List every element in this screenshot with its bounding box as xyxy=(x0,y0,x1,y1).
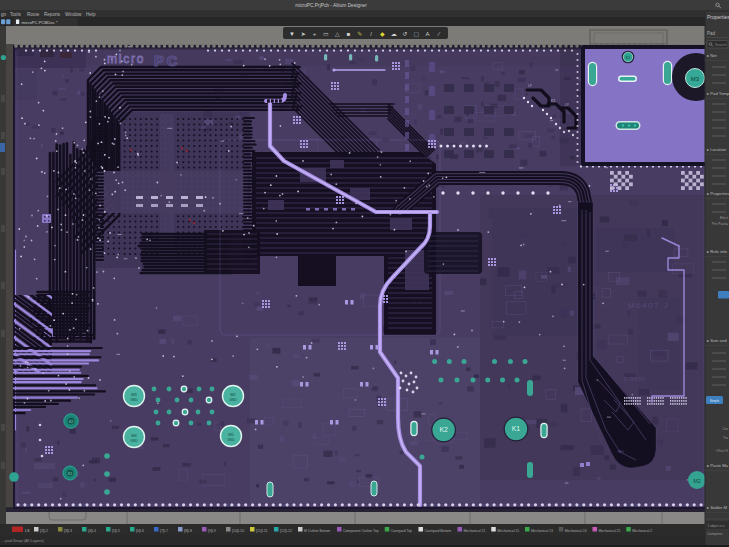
svg-text:➤: ➤ xyxy=(301,31,306,37)
svg-text:▸ Paste Ma: ▸ Paste Ma xyxy=(707,463,729,468)
svg-text:▼: ▼ xyxy=(289,31,295,37)
svg-text:Window: Window xyxy=(65,12,82,17)
svg-text:K2: K2 xyxy=(69,420,73,424)
svg-text:Mechanical 2: Mechanical 2 xyxy=(632,529,652,533)
svg-text:▸ Solder M: ▸ Solder M xyxy=(707,505,728,510)
svg-text:[5]L5: [5]L5 xyxy=(112,529,120,533)
svg-text:[9]L9: [9]L9 xyxy=(208,529,216,533)
svg-text:[3]L3: [3]L3 xyxy=(64,529,72,533)
svg-text:△: △ xyxy=(335,31,340,37)
svg-text:M4: M4 xyxy=(131,433,137,438)
svg-text:M3: M3 xyxy=(131,392,137,397)
svg-text:▢: ▢ xyxy=(413,31,419,37)
svg-text:▸ Location: ▸ Location xyxy=(707,147,727,152)
svg-text:▸ Properties: ▸ Properties xyxy=(707,191,729,196)
svg-text:· · REV ·: · · REV · xyxy=(614,450,626,454)
svg-text:GND: GND xyxy=(130,398,138,402)
svg-text:[2]L2: [2]L2 xyxy=(40,529,48,533)
svg-text:M2: M2 xyxy=(693,478,701,484)
svg-text:gn: gn xyxy=(1,12,7,17)
svg-text:[12]L12: [12]L12 xyxy=(280,529,292,533)
svg-text:Mechanical 21: Mechanical 21 xyxy=(464,529,486,533)
svg-text:[8]L8: [8]L8 xyxy=(184,529,192,533)
svg-text:[6]L6: [6]L6 xyxy=(136,529,144,533)
svg-text:M2: M2 xyxy=(230,392,236,397)
svg-text:LS: LS xyxy=(25,529,30,533)
svg-text:K1: K1 xyxy=(512,425,521,432)
svg-text:microPC.PCBDoc *: microPC.PCBDoc * xyxy=(22,20,58,25)
svg-text:[7]L7: [7]L7 xyxy=(160,529,168,533)
svg-text:✎: ✎ xyxy=(357,31,362,37)
svg-text:Courtyard Top: Courtyard Top xyxy=(391,529,412,533)
svg-text:[4]L4: [4]L4 xyxy=(88,529,96,533)
svg-text:[11]L11: [11]L11 xyxy=(256,529,267,533)
svg-text:+: + xyxy=(313,31,317,37)
svg-text:M3: M3 xyxy=(691,76,700,82)
svg-text:Mechanical 24: Mechanical 24 xyxy=(565,529,587,533)
svg-text:◆: ◆ xyxy=(380,31,385,37)
svg-text:1 object is s: 1 object is s xyxy=(708,524,725,528)
svg-text:A: A xyxy=(426,31,430,37)
svg-text:Help: Help xyxy=(86,12,96,17)
svg-text:M5: M5 xyxy=(228,432,234,437)
svg-text:K1: K1 xyxy=(68,472,72,476)
svg-text:GND: GND xyxy=(130,439,138,443)
svg-text:Search: Search xyxy=(715,43,726,47)
svg-text:▸ Rule info: ▸ Rule info xyxy=(707,249,727,254)
svg-text:▭: ▭ xyxy=(323,31,329,37)
svg-text:...pad Snap (All Layers): ...pad Snap (All Layers) xyxy=(2,538,44,543)
svg-text:▸ Net: ▸ Net xyxy=(707,53,718,58)
svg-text:K3: K3 xyxy=(551,99,555,103)
svg-text:Pin Packa: Pin Packa xyxy=(712,222,728,226)
svg-text:M Outline Bottom: M Outline Bottom xyxy=(304,529,330,533)
svg-text:GND: GND xyxy=(229,398,237,402)
svg-text:microPC.PrjPcb - Altium Design: microPC.PrjPcb - Altium Designer xyxy=(295,3,367,8)
svg-text:Reports: Reports xyxy=(44,12,61,17)
svg-text:Component Outline Top: Component Outline Top xyxy=(343,529,379,533)
svg-text:Cor: Cor xyxy=(723,427,729,431)
svg-text:Simple: Simple xyxy=(710,399,720,403)
svg-text:Route: Route xyxy=(27,12,40,17)
svg-text:Mechanical 15: Mechanical 15 xyxy=(497,529,519,533)
svg-text:K2: K2 xyxy=(439,426,448,433)
svg-text:Elect: Elect xyxy=(720,216,728,220)
svg-text:PC: PC xyxy=(154,52,180,69)
svg-text:Properties: Properties xyxy=(707,14,729,20)
svg-text:M6407 J: M6407 J xyxy=(628,301,669,310)
svg-text:☁: ☁ xyxy=(391,31,397,37)
svg-text:GND: GND xyxy=(227,438,235,442)
svg-text:▸ Size and: ▸ Size and xyxy=(707,338,727,343)
svg-text:↺: ↺ xyxy=(402,31,407,37)
svg-text:▸ Pad Temp: ▸ Pad Temp xyxy=(707,91,729,96)
svg-text:Tra: Tra xyxy=(723,436,728,440)
svg-text:2-3050: 2-3050 xyxy=(624,376,646,382)
svg-text:Offset R: Offset R xyxy=(716,449,729,453)
svg-text:Compone: Compone xyxy=(707,532,723,536)
svg-text:■: ■ xyxy=(347,31,351,37)
svg-text:Pad: Pad xyxy=(707,31,716,36)
svg-text:Mechanical 13: Mechanical 13 xyxy=(531,529,553,533)
svg-text:micro: micro xyxy=(107,52,145,66)
svg-text:Tools: Tools xyxy=(10,12,21,17)
svg-text:Mechanical 25: Mechanical 25 xyxy=(599,529,621,533)
svg-text:Courtyard Bottom: Courtyard Bottom xyxy=(425,529,452,533)
svg-text:K1: K1 xyxy=(626,56,630,60)
svg-text:LP: LP xyxy=(528,84,532,88)
svg-text:[10]L10: [10]L10 xyxy=(232,529,244,533)
svg-text:K8: K8 xyxy=(22,395,28,400)
